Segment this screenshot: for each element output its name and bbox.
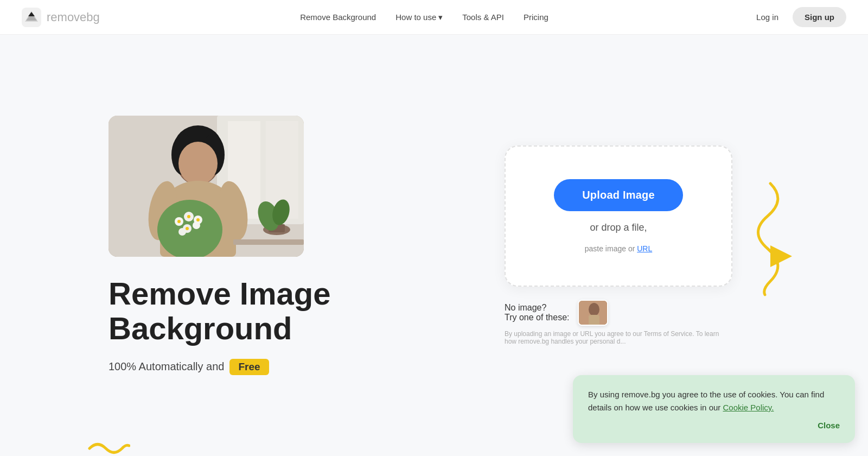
bottom-squiggle-icon — [87, 438, 130, 456]
cookie-policy-link[interactable]: Cookie Policy. — [723, 403, 774, 412]
cookie-close-button[interactable]: Close — [818, 421, 840, 430]
hero-right: Upload Image or drop a file, paste image… — [477, 145, 760, 345]
svg-point-27 — [193, 221, 200, 229]
privacy-text: By uploading an image or URL you agree t… — [505, 330, 732, 345]
svg-point-29 — [177, 220, 181, 223]
nav-item-how-to-use[interactable]: How to use ▾ — [388, 8, 450, 27]
hero-subtitle: 100% Automatically and Free — [108, 359, 445, 375]
svg-point-16 — [178, 142, 218, 185]
paste-text: paste image or URL — [585, 244, 653, 253]
nav-actions: Log in Sign up — [749, 7, 846, 27]
svg-point-32 — [186, 227, 189, 230]
navbar: removebg Remove Background How to use ▾ … — [0, 0, 868, 35]
drop-text: or drop a file, — [590, 222, 647, 233]
hero-left: Remove Image Background 100% Automatical… — [108, 116, 477, 375]
upload-image-button[interactable]: Upload Image — [554, 179, 683, 211]
squiggle-decoration — [738, 178, 803, 300]
triangle-icon — [770, 245, 792, 267]
svg-marker-34 — [770, 245, 792, 267]
hero-image-svg — [108, 116, 304, 257]
svg-point-31 — [196, 218, 200, 221]
url-link[interactable]: URL — [637, 244, 652, 253]
nav-item-pricing[interactable]: Pricing — [516, 8, 556, 26]
bottom-decoration — [87, 438, 130, 456]
nav-links: Remove Background How to use ▾ Tools & A… — [292, 8, 556, 27]
no-image-text: No image? Try one of these: — [505, 303, 569, 322]
logo[interactable]: removebg — [22, 8, 100, 27]
svg-rect-33 — [233, 239, 304, 245]
cookie-banner: By using remove.bg you agree to the use … — [573, 375, 855, 443]
cookie-text: By using remove.bg you agree to the use … — [588, 388, 840, 414]
logo-icon — [22, 8, 41, 27]
no-image-section: No image? Try one of these: — [505, 300, 732, 326]
svg-point-30 — [187, 215, 190, 218]
nav-item-remove-background[interactable]: Remove Background — [292, 8, 384, 26]
upload-dropzone[interactable]: Upload Image or drop a file, paste image… — [505, 145, 732, 287]
login-button[interactable]: Log in — [749, 8, 786, 26]
sample-thumbnail[interactable] — [578, 300, 608, 326]
hero-title: Remove Image Background — [108, 276, 445, 346]
nav-item-tools-api[interactable]: Tools & API — [455, 8, 512, 26]
free-badge: Free — [229, 359, 269, 375]
squiggle-icon — [738, 178, 803, 297]
signup-button[interactable]: Sign up — [793, 7, 846, 27]
svg-point-28 — [178, 228, 186, 236]
triangle-decoration — [770, 245, 792, 269]
logo-text: removebg — [47, 10, 100, 24]
dropdown-arrow-icon: ▾ — [438, 12, 443, 22]
svg-rect-37 — [589, 315, 599, 326]
hero-image — [108, 116, 304, 257]
svg-point-36 — [589, 303, 599, 316]
